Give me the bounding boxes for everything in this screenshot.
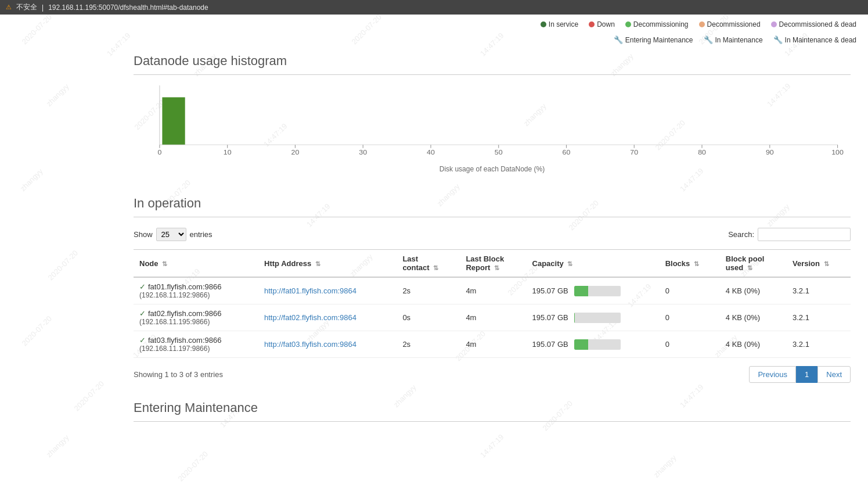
decommissioned-dot xyxy=(699,21,705,27)
in-service-dot xyxy=(541,21,546,27)
legend-decommissioned: Decommissioned xyxy=(699,20,761,28)
legend-down-label: Down xyxy=(597,20,615,28)
datanode-table: Node ⇅ Http Address ⇅ Lastcontact ⇅ Last… xyxy=(134,249,851,358)
svg-text:0: 0 xyxy=(157,149,161,156)
version-sort-icon: ⇅ xyxy=(824,260,829,267)
node-sort-icon: ⇅ xyxy=(162,260,167,267)
svg-text:80: 80 xyxy=(698,149,706,156)
legend-in-maintenance-label: In Maintenance xyxy=(715,36,763,44)
main-content: Datanode usage histogram 3 0 10 20 30 40… xyxy=(0,48,868,450)
svg-text:30: 30 xyxy=(359,149,367,156)
page-1-button[interactable]: 1 xyxy=(796,366,817,383)
cell-block-report-1: 4m xyxy=(460,304,526,331)
cell-block-pool-1: 4 KB (0%) xyxy=(720,304,787,331)
cell-blocks-2: 0 xyxy=(660,331,720,358)
entering-maintenance-title: Entering Maintenance xyxy=(134,400,851,415)
col-node[interactable]: Node ⇅ xyxy=(134,250,258,278)
cell-block-pool-2: 4 KB (0%) xyxy=(720,331,787,358)
cell-node-1: ✓fat02.flyfish.com:9866 (192.168.11.195:… xyxy=(134,304,258,331)
pagination-area: Showing 1 to 3 of 3 entries Previous 1 N… xyxy=(134,366,851,383)
entering-maintenance-icon: 🔧 xyxy=(614,35,623,44)
next-button[interactable]: Next xyxy=(817,366,851,383)
cell-blocks-0: 0 xyxy=(660,277,720,304)
entries-select[interactable]: 10 25 50 100 xyxy=(156,228,186,241)
check-icon-0: ✓ xyxy=(139,282,146,291)
capacity-sort-icon: ⇅ xyxy=(567,260,572,267)
search-input[interactable] xyxy=(758,228,851,241)
entering-maintenance-section: Entering Maintenance xyxy=(134,400,851,422)
svg-text:20: 20 xyxy=(291,149,300,156)
cell-blocks-1: 0 xyxy=(660,304,720,331)
table-row: ✓fat01.flyfish.com:9866 (192.168.11.192:… xyxy=(134,277,851,304)
cell-contact-2: 2s xyxy=(397,331,460,358)
histogram-chart: 3 0 10 20 30 40 50 60 70 80 90 100 xyxy=(134,85,851,161)
col-last-contact[interactable]: Lastcontact ⇅ xyxy=(397,250,460,278)
cell-block-report-0: 4m xyxy=(460,277,526,304)
col-last-block-report[interactable]: Last BlockReport ⇅ xyxy=(460,250,526,278)
legend-decommissioned-dead: Decommissioned & dead xyxy=(771,20,856,28)
legend-decommissioned-dead-label: Decommissioned & dead xyxy=(779,20,856,28)
block-pool-sort-icon: ⇅ xyxy=(747,264,752,271)
http-link-2[interactable]: http://fat03.flyfish.com:9864 xyxy=(264,340,356,349)
in-operation-title: In operation xyxy=(134,196,851,211)
svg-text:70: 70 xyxy=(630,149,638,156)
entries-label: entries xyxy=(190,230,213,239)
legend-decommissioning: Decommissioning xyxy=(625,20,689,28)
histogram-title: Datanode usage histogram xyxy=(134,53,851,69)
cell-version-1: 3.2.1 xyxy=(787,304,851,331)
decommissioned-dead-dot xyxy=(771,21,777,27)
cell-node-0: ✓fat01.flyfish.com:9866 (192.168.11.192:… xyxy=(134,277,258,304)
search-box: Search: xyxy=(728,228,851,241)
cell-http-2: http://fat03.flyfish.com:9864 xyxy=(258,331,397,358)
show-label: Show xyxy=(134,230,153,239)
top-bar: ⚠ 不安全 | 192.168.11.195:50070/dfshealth.h… xyxy=(0,0,868,15)
show-entries: Show 10 25 50 100 entries xyxy=(134,228,213,241)
capacity-bar-fill-2 xyxy=(574,339,588,350)
legend-decommissioned-label: Decommissioned xyxy=(707,20,761,28)
capacity-bar-fill-0 xyxy=(574,286,588,296)
in-operation-divider xyxy=(134,217,851,217)
showing-text: Showing 1 to 3 of 3 entries xyxy=(134,370,223,379)
histogram-divider xyxy=(134,74,851,75)
legend-in-maintenance: 🔧 In Maintenance xyxy=(704,35,763,44)
svg-text:10: 10 xyxy=(224,149,232,156)
svg-text:40: 40 xyxy=(427,149,435,156)
check-icon-2: ✓ xyxy=(139,336,146,345)
svg-text:60: 60 xyxy=(563,149,571,156)
capacity-bar-bg-2 xyxy=(574,339,621,350)
previous-button[interactable]: Previous xyxy=(749,366,796,383)
cell-block-report-2: 4m xyxy=(460,331,526,358)
http-sort-icon: ⇅ xyxy=(315,260,320,267)
svg-text:90: 90 xyxy=(766,149,774,156)
legend-down: Down xyxy=(589,20,615,28)
url-label: 192.168.11.195:50070/dfshealth.html#tab-… xyxy=(48,3,208,12)
search-label: Search: xyxy=(728,230,754,239)
separator: | xyxy=(42,3,44,12)
col-block-pool-used[interactable]: Block poolused ⇅ xyxy=(720,250,787,278)
svg-text:3: 3 xyxy=(171,90,175,96)
cell-http-0: http://fat01.flyfish.com:9864 xyxy=(258,277,397,304)
col-http[interactable]: Http Address ⇅ xyxy=(258,250,397,278)
legend-entering-maintenance: 🔧 Entering Maintenance xyxy=(614,35,693,44)
http-link-1[interactable]: http://fat02.flyfish.com:9864 xyxy=(264,313,356,322)
entering-maintenance-divider xyxy=(134,421,851,422)
col-capacity[interactable]: Capacity ⇅ xyxy=(527,250,660,278)
legend-in-maintenance-dead-label: In Maintenance & dead xyxy=(785,36,856,44)
x-axis-label: Disk usage of each DataNode (%) xyxy=(134,165,851,173)
table-row: ✓fat02.flyfish.com:9866 (192.168.11.195:… xyxy=(134,304,851,331)
cell-version-2: 3.2.1 xyxy=(787,331,851,358)
cell-version-0: 3.2.1 xyxy=(787,277,851,304)
http-link-0[interactable]: http://fat01.flyfish.com:9864 xyxy=(264,286,356,295)
cell-block-pool-0: 4 KB (0%) xyxy=(720,277,787,304)
blocks-sort-icon: ⇅ xyxy=(694,260,699,267)
col-version[interactable]: Version ⇅ xyxy=(787,250,851,278)
cell-http-1: http://fat02.flyfish.com:9864 xyxy=(258,304,397,331)
capacity-bar-bg-1 xyxy=(574,313,621,323)
decommissioning-dot xyxy=(625,21,631,27)
cell-capacity-1: 195.07 GB xyxy=(527,304,660,331)
contact-sort-icon: ⇅ xyxy=(433,264,438,271)
col-blocks[interactable]: Blocks ⇅ xyxy=(660,250,720,278)
histogram-wrapper: 3 0 10 20 30 40 50 60 70 80 90 100 xyxy=(134,85,851,178)
cell-contact-1: 0s xyxy=(397,304,460,331)
legend-decommissioning-label: Decommissioning xyxy=(633,20,689,28)
